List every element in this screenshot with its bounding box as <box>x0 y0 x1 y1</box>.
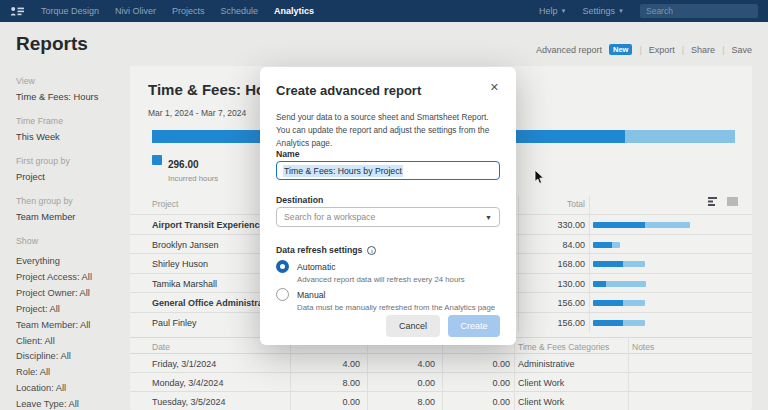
name-field-label: Name <box>276 149 300 159</box>
column-divider <box>514 337 515 410</box>
nav-item-projects[interactable]: Projects <box>172 6 205 16</box>
filter-value-first-group[interactable]: Project <box>16 172 128 182</box>
report-date-range: Mar 1, 2024 - Mar 7, 2024 <box>148 108 246 118</box>
radio-selected-icon <box>276 260 289 273</box>
report-name-input[interactable]: Time & Fees: Hours by Project <box>276 161 500 180</box>
export-link[interactable]: Export <box>649 45 675 55</box>
advanced-report-link[interactable]: Advanced report <box>536 45 602 55</box>
close-icon[interactable]: ✕ <box>490 81 499 94</box>
column-divider <box>367 337 368 410</box>
help-menu[interactable]: Help▼ <box>539 6 566 16</box>
modal-description: Send your data to a source sheet and Sma… <box>276 111 500 150</box>
bar-chart-view-icon[interactable] <box>708 197 719 208</box>
filter-value-timeframe[interactable]: This Week <box>16 132 128 142</box>
show-filter-item[interactable]: Everything <box>16 254 128 270</box>
show-filter-item[interactable]: Leave Type: All <box>16 397 128 410</box>
show-filter-item[interactable]: Discipline: All <box>16 349 128 365</box>
column-divider <box>442 337 443 410</box>
table-row: Tuesday, 3/5/20240.008.000.00Client Work <box>130 392 752 410</box>
info-icon[interactable]: i <box>367 246 376 255</box>
page-title: Reports <box>16 33 88 55</box>
chevron-down-icon: ▼ <box>618 8 624 14</box>
show-filter-item[interactable]: Location: All <box>16 381 128 397</box>
table-row: Friday, 3/1/20244.004.000.00Administrati… <box>130 354 752 373</box>
workspace-select[interactable]: Search for a workspace ▼ <box>276 207 500 227</box>
modal-title: Create advanced report <box>276 83 421 98</box>
show-filter-item[interactable]: Project: All <box>16 302 128 318</box>
future-bar-segment <box>625 130 735 143</box>
manual-refresh-option[interactable]: Manual <box>276 288 326 301</box>
show-filter-item[interactable]: Project Access: All <box>16 270 128 286</box>
row-hours-bar <box>593 261 645 267</box>
selected-input-text: Time & Fees: Hours by Project <box>283 165 403 177</box>
automatic-option-description: Advanced report data will refresh every … <box>297 275 465 284</box>
table-row: Monday, 3/4/20248.000.000.00Client Work <box>130 373 752 392</box>
row-hours-bar <box>593 242 620 248</box>
filter-value-view[interactable]: Time & Fees: Hours <box>16 92 128 102</box>
filter-label-timeframe: Time Frame <box>16 116 128 126</box>
incurred-swatch-icon <box>152 155 162 165</box>
grid-view-icon[interactable] <box>727 197 738 208</box>
show-filter-item[interactable]: Team Member: All <box>16 318 128 334</box>
show-filter-list: Everything Project Access: All Project O… <box>16 254 128 410</box>
filter-label-first-group: First group by <box>16 156 128 166</box>
save-link[interactable]: Save <box>731 45 752 55</box>
mouse-cursor-icon <box>534 169 545 189</box>
create-advanced-report-modal: Create advanced report ✕ Send your data … <box>260 67 516 345</box>
create-button[interactable]: Create <box>448 315 500 337</box>
filter-value-then-group[interactable]: Team Member <box>16 212 128 222</box>
filter-label-view: View <box>16 76 128 86</box>
filters-sidebar: ViewTime & Fees: Hours Time FrameThis We… <box>16 76 128 410</box>
chevron-down-icon: ▼ <box>561 8 567 14</box>
column-divider <box>628 337 629 410</box>
nav-item-user[interactable]: Nivi Oliver <box>115 6 156 16</box>
row-hours-bar <box>593 320 645 326</box>
row-hours-bar <box>593 222 690 228</box>
settings-menu[interactable]: Settings▼ <box>583 6 624 16</box>
chevron-down-icon: ▼ <box>485 214 492 221</box>
row-hours-bar <box>593 300 645 306</box>
nav-item-schedule[interactable]: Schedule <box>221 6 259 16</box>
app-screen: Torque Design Nivi Oliver Projects Sched… <box>0 0 768 410</box>
nav-item-account[interactable]: Torque Design <box>41 6 99 16</box>
cancel-button[interactable]: Cancel <box>386 315 440 337</box>
show-filter-item[interactable]: Project Owner: All <box>16 286 128 302</box>
header-actions: Advanced report New | Export | Share | S… <box>536 44 752 55</box>
show-filter-item[interactable]: Client: All <box>16 334 128 350</box>
share-link[interactable]: Share <box>691 45 715 55</box>
filter-label-show: Show <box>16 236 128 246</box>
refresh-settings-label: Data refresh settings <box>276 245 362 255</box>
destination-field-label: Destination <box>276 195 323 205</box>
search-input[interactable] <box>640 4 758 18</box>
date-table: Date Time & Fees Categories Notes Friday… <box>130 337 752 410</box>
row-hours-bar <box>593 281 646 287</box>
automatic-refresh-option[interactable]: Automatic <box>276 260 336 273</box>
nav-item-analytics[interactable]: Analytics <box>274 6 314 16</box>
new-badge: New <box>609 44 632 55</box>
manual-option-description: Data must be manually refreshed from the… <box>297 303 495 312</box>
incurred-hours-stat: 296.00Incurred hours <box>152 154 218 183</box>
resource-management-logo-icon[interactable] <box>10 6 25 17</box>
top-nav: Torque Design Nivi Oliver Projects Sched… <box>0 0 768 22</box>
column-divider <box>290 337 291 410</box>
filter-label-then-group: Then group by <box>16 196 128 206</box>
radio-unselected-icon <box>276 288 289 301</box>
show-filter-item[interactable]: Role: All <box>16 365 128 381</box>
